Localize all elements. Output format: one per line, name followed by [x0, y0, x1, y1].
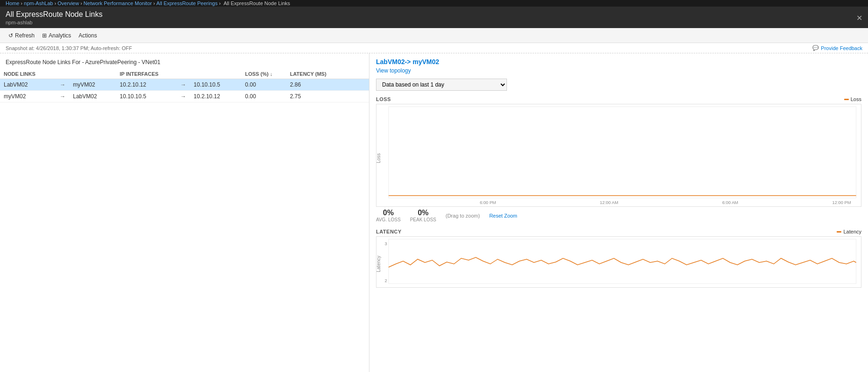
breadcrumb-npm[interactable]: npm-AshLab	[24, 0, 53, 6]
latency-chart-container: Latency 3 2	[376, 236, 861, 288]
node-links-table: NODE LINKS IP INTERFACES LOSS (%) ↓ LATE…	[0, 69, 369, 102]
svg-text:6:00 AM: 6:00 AM	[722, 200, 738, 205]
feedback-link[interactable]: 💬 Provide Feedback	[812, 45, 862, 51]
detail-title: LabVM02-> myVM02	[376, 58, 861, 66]
loss-cell: 0.00	[241, 91, 279, 102]
analytics-label: Analytics	[49, 32, 71, 39]
view-topology-link[interactable]: View topology	[376, 67, 861, 74]
refresh-icon: ↺	[8, 32, 13, 39]
arrow1-cell: →	[56, 79, 69, 91]
loss-chart-section: LOSS Loss Loss 6:00 PM 12:00 AM	[376, 96, 861, 224]
actions-button[interactable]: Actions	[76, 31, 100, 40]
page-title: All ExpressRoute Node Links	[6, 10, 102, 19]
section-title: ExpressRoute Node Links For - AzurePriva…	[0, 57, 369, 69]
left-panel: ExpressRoute Node Links For - AzurePriva…	[0, 53, 369, 372]
latency-legend-label: Latency	[843, 229, 861, 234]
ip2-cell: 10.10.10.5	[190, 79, 241, 91]
avg-loss-value: 0%	[376, 209, 401, 217]
breadcrumb-npm2[interactable]: Network Performance Monitor	[84, 0, 152, 6]
right-panel: LabVM02-> myVM02 View topology Data base…	[369, 53, 868, 372]
table-row[interactable]: LabVM02 → myVM02 10.2.10.12 → 10.10.10.5…	[0, 79, 369, 91]
feedback-icon: 💬	[812, 45, 819, 51]
sort-icon: ↓	[270, 71, 273, 77]
page-subtitle: npm-ashlab	[6, 20, 102, 25]
avg-loss-label: AVG. LOSS	[376, 217, 401, 222]
refresh-button[interactable]: ↺ Refresh	[6, 31, 37, 40]
col-node-links: NODE LINKS	[0, 69, 56, 79]
breadcrumb-overview[interactable]: Overview	[58, 0, 79, 6]
loss-chart-stats: 0% AVG. LOSS 0% PEAK LOSS (Drag to zoom)…	[376, 207, 861, 224]
table-row[interactable]: myVM02 → LabVM02 10.10.10.5 → 10.2.10.12…	[0, 91, 369, 102]
actions-label: Actions	[79, 32, 97, 39]
ip2-cell: 10.2.10.12	[190, 91, 241, 102]
col-loss: LOSS (%) ↓	[241, 69, 279, 79]
breadcrumb-peerings[interactable]: All ExpressRoute Peerings	[156, 0, 217, 6]
peak-loss-stat: 0% PEAK LOSS	[410, 209, 436, 222]
svg-rect-1	[389, 107, 856, 198]
node2-cell: myVM02	[69, 79, 116, 91]
arrow2-cell: →	[177, 91, 190, 102]
breadcrumb: Home › npm-AshLab › Overview › Network P…	[0, 0, 868, 7]
drag-hint: (Drag to zoom)	[446, 213, 480, 219]
loss-chart-label: LOSS	[376, 96, 391, 102]
loss-chart-container: Loss 6:00 PM 12:00 AM 6:00 AM 12:00 PM	[376, 104, 861, 207]
arrow2-cell: →	[177, 79, 190, 91]
peak-loss-value: 0%	[410, 209, 436, 217]
latency-chart-section: LATENCY Latency Latency 3 2	[376, 229, 861, 288]
loss-legend-dot	[844, 99, 849, 100]
node2-cell: LabVM02	[69, 91, 116, 102]
table-header-row: NODE LINKS IP INTERFACES LOSS (%) ↓ LATE…	[0, 69, 369, 79]
svg-text:12:00 PM: 12:00 PM	[832, 200, 851, 205]
svg-text:Latency: Latency	[376, 255, 381, 272]
peak-loss-label: PEAK LOSS	[410, 217, 436, 222]
snapshot-text: Snapshot at: 4/26/2018, 1:30:37 PM; Auto…	[6, 45, 132, 51]
svg-text:3: 3	[385, 241, 387, 246]
breadcrumb-home[interactable]: Home	[6, 0, 19, 6]
svg-text:12:00 AM: 12:00 AM	[600, 200, 618, 205]
loss-legend-label: Loss	[851, 96, 861, 102]
latency-cell: 2.75	[286, 91, 369, 102]
reset-zoom-link[interactable]: Reset Zoom	[489, 213, 517, 219]
latency-chart-legend: Latency	[837, 229, 861, 234]
analytics-button[interactable]: ⊞ Analytics	[39, 31, 74, 40]
latency-chart-svg: Latency 3 2	[376, 237, 861, 288]
col-ip-interfaces: IP INTERFACES	[116, 69, 177, 79]
loss-chart-legend: Loss	[844, 96, 861, 102]
arrow1-cell: →	[56, 91, 69, 102]
refresh-label: Refresh	[15, 32, 35, 39]
feedback-label: Provide Feedback	[821, 45, 862, 51]
snapshot-bar: Snapshot at: 4/26/2018, 1:30:37 PM; Auto…	[0, 43, 868, 53]
latency-chart-label: LATENCY	[376, 229, 402, 234]
breadcrumb-current: All ExpressRoute Node Links	[224, 0, 290, 6]
svg-text:6:00 PM: 6:00 PM	[480, 200, 496, 205]
analytics-icon: ⊞	[42, 32, 47, 39]
time-range-dropdown[interactable]: Data based on last 1 dayData based on la…	[376, 79, 507, 91]
ip1-cell: 10.10.10.5	[116, 91, 177, 102]
ip1-cell: 10.2.10.12	[116, 79, 177, 91]
node1-cell: myVM02	[0, 91, 56, 102]
main-content: ExpressRoute Node Links For - AzurePriva…	[0, 53, 868, 372]
toolbar: ↺ Refresh ⊞ Analytics Actions	[0, 28, 868, 43]
col-latency: LATENCY (MS)	[286, 69, 369, 79]
avg-loss-stat: 0% AVG. LOSS	[376, 209, 401, 222]
close-button[interactable]: ✕	[856, 14, 862, 22]
svg-text:2: 2	[385, 278, 387, 283]
loss-chart-svg: Loss 6:00 PM 12:00 AM 6:00 AM 12:00 PM	[376, 104, 861, 207]
node1-cell: LabVM02	[0, 79, 56, 91]
title-bar: All ExpressRoute Node Links npm-ashlab ✕	[0, 7, 868, 28]
loss-cell: 0.00	[241, 79, 279, 91]
svg-rect-8	[389, 239, 856, 284]
latency-cell: 2.86	[286, 79, 369, 91]
svg-text:Loss: Loss	[376, 153, 381, 163]
latency-legend-dot	[837, 231, 841, 233]
